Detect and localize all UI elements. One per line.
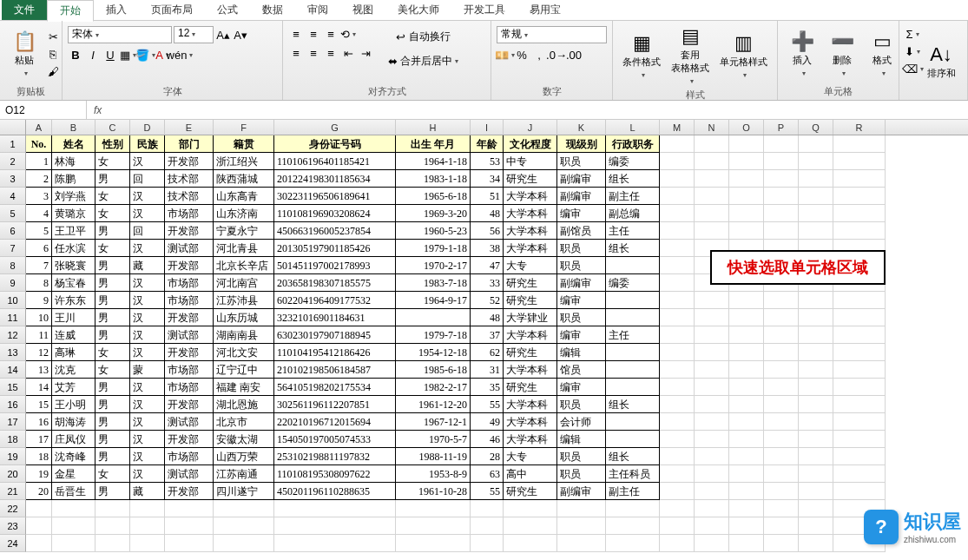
data-cell[interactable]: 测试部 [165, 413, 214, 431]
data-cell[interactable]: 汉 [130, 292, 165, 309]
fill-button[interactable]: ⬇ [905, 43, 920, 59]
data-cell[interactable]: 藏 [130, 257, 165, 274]
data-cell[interactable]: 开发部 [165, 344, 214, 361]
data-cell[interactable] [833, 170, 886, 188]
data-cell[interactable]: 编委 [606, 274, 660, 292]
data-cell[interactable]: 2 [26, 170, 52, 188]
data-cell[interactable] [764, 344, 799, 361]
tab-review[interactable]: 审阅 [295, 0, 340, 20]
data-cell[interactable]: 302561196112207851 [274, 396, 396, 413]
data-cell[interactable]: 16 [26, 413, 52, 431]
data-cell[interactable] [504, 500, 557, 517]
tab-file[interactable]: 文件 [2, 0, 47, 20]
data-cell[interactable] [660, 500, 695, 517]
row-header[interactable]: 21 [0, 483, 26, 500]
data-cell[interactable] [695, 344, 729, 361]
data-cell[interactable] [606, 517, 660, 535]
data-cell[interactable] [660, 326, 695, 344]
data-cell[interactable]: 大学本科 [504, 205, 557, 222]
data-cell[interactable]: 连威 [52, 326, 95, 344]
delete-cells-button[interactable]: ➖删除 [823, 29, 861, 80]
data-cell[interactable] [26, 517, 52, 535]
data-cell[interactable] [833, 292, 886, 309]
data-cell[interactable]: 副主任 [606, 483, 660, 500]
header-cell[interactable]: 姓名 [52, 135, 95, 153]
data-cell[interactable]: 大学本科 [504, 222, 557, 240]
data-cell[interactable] [274, 517, 396, 535]
header-cell[interactable]: 身份证号码 [274, 135, 396, 153]
data-cell[interactable]: 组长 [606, 396, 660, 413]
row-header[interactable]: 10 [0, 292, 26, 309]
data-cell[interactable]: 王卫平 [52, 222, 95, 240]
column-header[interactable]: P [764, 120, 799, 135]
data-cell[interactable]: 大学本科 [504, 413, 557, 431]
data-cell[interactable]: 副编审 [557, 170, 606, 188]
data-cell[interactable] [799, 309, 833, 326]
data-cell[interactable] [660, 274, 695, 292]
data-cell[interactable]: 测试部 [165, 326, 214, 344]
data-cell[interactable]: 编辑 [557, 344, 606, 361]
data-cell[interactable]: 1960-5-23 [396, 222, 471, 240]
data-cell[interactable]: 14 [26, 379, 52, 396]
data-cell[interactable] [396, 309, 471, 326]
data-cell[interactable]: 江苏沛县 [214, 292, 274, 309]
data-cell[interactable] [764, 465, 799, 483]
tab-yyb[interactable]: 易用宝 [517, 0, 573, 20]
data-cell[interactable] [95, 517, 130, 535]
row-header[interactable]: 2 [0, 153, 26, 170]
data-cell[interactable] [764, 205, 799, 222]
data-cell[interactable]: 汉 [130, 448, 165, 465]
column-header[interactable]: R [833, 120, 886, 135]
data-cell[interactable]: 黄璐京 [52, 205, 95, 222]
data-cell[interactable]: 48 [471, 205, 504, 222]
data-cell[interactable]: 女 [95, 361, 130, 379]
data-cell[interactable] [557, 500, 606, 517]
data-cell[interactable] [695, 222, 729, 240]
data-cell[interactable] [660, 517, 695, 535]
data-cell[interactable]: 山西万荣 [214, 448, 274, 465]
data-cell[interactable]: 回 [130, 222, 165, 240]
data-cell[interactable] [764, 483, 799, 500]
data-cell[interactable] [799, 483, 833, 500]
data-cell[interactable] [606, 379, 660, 396]
header-cell[interactable] [799, 135, 833, 153]
data-cell[interactable]: 男 [95, 326, 130, 344]
header-cell[interactable]: 性别 [95, 135, 130, 153]
data-cell[interactable]: 职员 [557, 396, 606, 413]
italic-button[interactable]: I [85, 47, 101, 63]
decrease-indent-button[interactable]: ⇤ [340, 45, 356, 61]
data-cell[interactable]: 28 [471, 448, 504, 465]
row-header[interactable]: 3 [0, 170, 26, 188]
tab-beautify[interactable]: 美化大师 [385, 0, 451, 20]
data-cell[interactable]: 开发部 [165, 483, 214, 500]
data-cell[interactable]: 编辑 [557, 431, 606, 448]
row-header[interactable]: 20 [0, 465, 26, 483]
data-cell[interactable]: 110108196903208624 [274, 205, 396, 222]
number-format-select[interactable]: 常规 [497, 26, 607, 43]
data-cell[interactable]: 32321016901184631 [274, 309, 396, 326]
align-middle-button[interactable]: ≡ [306, 26, 321, 42]
data-cell[interactable]: 职员 [557, 465, 606, 483]
data-cell[interactable]: 63 [471, 465, 504, 483]
data-cell[interactable]: 20 [26, 483, 52, 500]
data-cell[interactable]: 37 [471, 326, 504, 344]
data-cell[interactable]: 职员 [557, 240, 606, 257]
data-cell[interactable]: 陈鹏 [52, 170, 95, 188]
data-cell[interactable] [833, 448, 886, 465]
data-cell[interactable] [95, 535, 130, 552]
row-header[interactable]: 12 [0, 326, 26, 344]
data-cell[interactable]: 男 [95, 170, 130, 188]
data-cell[interactable] [396, 535, 471, 552]
tab-data[interactable]: 数据 [250, 0, 295, 20]
data-cell[interactable] [214, 517, 274, 535]
data-cell[interactable] [52, 535, 95, 552]
column-header[interactable]: H [396, 120, 471, 135]
data-cell[interactable]: 1961-12-20 [396, 396, 471, 413]
row-header[interactable]: 11 [0, 309, 26, 326]
data-cell[interactable] [799, 500, 833, 517]
data-cell[interactable] [764, 379, 799, 396]
data-cell[interactable]: 组长 [606, 240, 660, 257]
data-cell[interactable] [833, 379, 886, 396]
data-cell[interactable]: 王小明 [52, 396, 95, 413]
data-cell[interactable]: 汉 [130, 344, 165, 361]
